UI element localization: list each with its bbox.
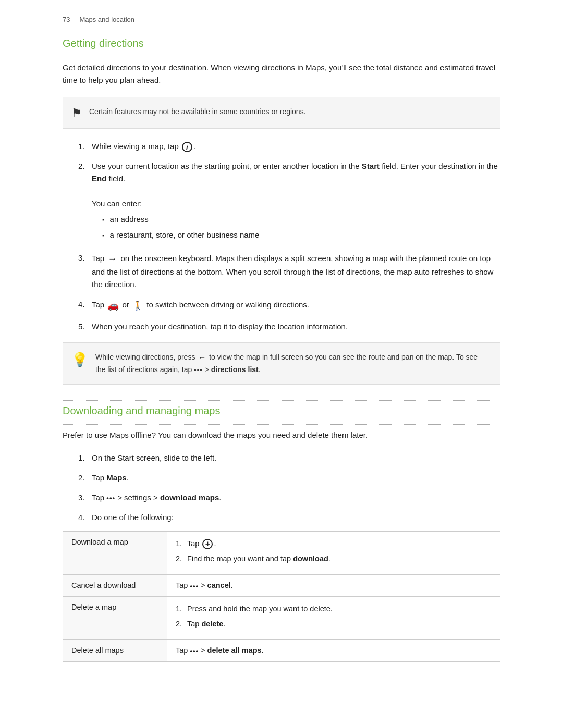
row-content-delete-all: Tap ••• > delete all maps.	[167, 640, 500, 662]
delete-step-1-content: Press and hold the map you want to delet…	[187, 603, 333, 615]
bullet-1: ▪	[102, 215, 105, 226]
dl-step-4-content: Do one of the following:	[92, 511, 500, 524]
step-5-num: 5.	[78, 320, 92, 333]
page-header: 73 Maps and location	[63, 16, 500, 23]
delete-step-2-content: Tap delete.	[187, 618, 225, 630]
table-row-delete: Delete a map 1. Press and hold the map y…	[63, 597, 500, 640]
three-dots-icon: •••	[194, 365, 203, 376]
table-row-delete-all: Delete all maps Tap ••• > delete all map…	[63, 640, 500, 662]
section2-divider-top	[63, 400, 500, 401]
step-3-num: 3.	[78, 252, 92, 264]
getting-directions-section: Getting directions Get detailed directio…	[63, 33, 500, 385]
page-title-header: Maps and location	[79, 16, 134, 23]
download-step-2-num: 2.	[176, 553, 187, 565]
downloading-maps-section: Downloading and managing maps Prefer to …	[63, 400, 500, 662]
walk-icon: 🚶	[132, 299, 143, 313]
dl-step-4-num: 4.	[78, 511, 92, 524]
getting-directions-description: Get detailed directions to your destinat…	[63, 61, 500, 87]
page-number: 73	[63, 16, 70, 23]
delete-step-2-num: 2.	[176, 618, 187, 630]
dl-step-3-num: 3.	[78, 491, 92, 504]
getting-directions-title: Getting directions	[63, 38, 500, 50]
dl-step-2-content: Tap Maps.	[92, 472, 500, 484]
download-step-1-num: 1.	[176, 538, 187, 550]
download-step-1-content: Tap +.	[187, 538, 216, 550]
flag-icon: ⚑	[71, 106, 82, 120]
getting-directions-steps: 1. While viewing a map, tap i. 2. Use yo…	[78, 140, 500, 333]
note-box: ⚑ Certain features may not be available …	[63, 97, 500, 129]
step-4-content: Tap 🚗 or 🚶 to switch between driving or …	[92, 298, 500, 313]
dl-step-4: 4. Do one of the following:	[78, 511, 500, 524]
step-1-num: 1.	[78, 140, 92, 153]
downloading-maps-title: Downloading and managing maps	[63, 405, 500, 417]
row-header-delete-all: Delete all maps	[63, 640, 167, 662]
section-divider-bottom	[63, 57, 500, 57]
sub-item-2-text: a restaurant, store, or other business n…	[110, 229, 260, 241]
circle-plus-icon: +	[202, 539, 213, 549]
three-dots-icon-2: •••	[106, 493, 115, 504]
download-steps: 1. Tap +. 2. Find the map you want and t…	[176, 538, 492, 565]
step-3-content: Tap → on the onscreen keyboard. Maps the…	[92, 252, 500, 291]
step-2-sublist: ▪ an address ▪ a restaurant, store, or o…	[102, 213, 500, 241]
row-content-delete: 1. Press and hold the map you want to de…	[167, 597, 500, 640]
step-2: 2. Use your current location as the star…	[78, 160, 500, 244]
step-2-content: Use your current location as the startin…	[92, 160, 500, 244]
arrow-right-icon: →	[108, 252, 117, 266]
download-step-2-content: Find the map you want and tap download.	[187, 553, 331, 565]
dl-step-1-content: On the Start screen, slide to the left.	[92, 452, 500, 464]
sub-item-1: ▪ an address	[102, 213, 500, 226]
three-dots-icon-3: •••	[190, 582, 199, 590]
row-header-delete: Delete a map	[63, 597, 167, 640]
delete-steps: 1. Press and hold the map you want to de…	[176, 603, 492, 630]
delete-step-2: 2. Tap delete.	[176, 618, 492, 630]
info-icon: i	[182, 142, 192, 152]
row-header-download: Download a map	[63, 531, 167, 574]
download-step-1: 1. Tap +.	[176, 538, 492, 550]
table-row-download: Download a map 1. Tap +. 2. Find the map…	[63, 531, 500, 574]
table-row-cancel: Cancel a download Tap ••• > cancel.	[63, 575, 500, 597]
maps-table: Download a map 1. Tap +. 2. Find the map…	[63, 531, 500, 662]
three-dots-icon-4: •••	[190, 647, 199, 655]
section2-divider-bottom	[63, 424, 500, 425]
section-divider-top	[63, 33, 500, 33]
step-5: 5. When you reach your destination, tap …	[78, 320, 500, 333]
lightbulb-icon: 💡	[71, 352, 88, 368]
download-step-2: 2. Find the map you want and tap downloa…	[176, 553, 492, 565]
delete-step-1: 1. Press and hold the map you want to de…	[176, 603, 492, 615]
dl-step-1-num: 1.	[78, 452, 92, 464]
dl-step-1: 1. On the Start screen, slide to the lef…	[78, 452, 500, 464]
row-content-cancel: Tap ••• > cancel.	[167, 575, 500, 597]
dl-step-2-num: 2.	[78, 472, 92, 484]
note-text: Certain features may not be available in…	[89, 106, 306, 117]
delete-step-1-num: 1.	[176, 603, 187, 615]
row-header-cancel: Cancel a download	[63, 575, 167, 597]
bullet-2: ▪	[102, 230, 105, 241]
step-5-content: When you reach your destination, tap it …	[92, 320, 500, 333]
step-3: 3. Tap → on the onscreen keyboard. Maps …	[78, 252, 500, 291]
sub-item-2: ▪ a restaurant, store, or other business…	[102, 229, 500, 241]
car-icon: 🚗	[107, 298, 119, 313]
sub-item-1-text: an address	[110, 213, 149, 226]
step-4-num: 4.	[78, 298, 92, 311]
step-2-num: 2.	[78, 160, 92, 172]
tip-box: 💡 While viewing directions, press ← to v…	[63, 342, 500, 385]
dl-step-3: 3. Tap ••• > settings > download maps.	[78, 491, 500, 504]
step-1: 1. While viewing a map, tap i.	[78, 140, 500, 153]
row-content-download: 1. Tap +. 2. Find the map you want and t…	[167, 531, 500, 574]
dl-step-3-content: Tap ••• > settings > download maps.	[92, 491, 500, 504]
downloading-maps-steps: 1. On the Start screen, slide to the lef…	[78, 452, 500, 524]
downloading-maps-description: Prefer to use Maps offline? You can down…	[63, 429, 500, 441]
dl-step-2: 2. Tap Maps.	[78, 472, 500, 484]
step-4: 4. Tap 🚗 or 🚶 to switch between driving …	[78, 298, 500, 313]
back-arrow-icon: ←	[198, 351, 206, 364]
step-1-content: While viewing a map, tap i.	[92, 140, 500, 153]
tip-text: While viewing directions, press ← to vie…	[95, 351, 489, 376]
